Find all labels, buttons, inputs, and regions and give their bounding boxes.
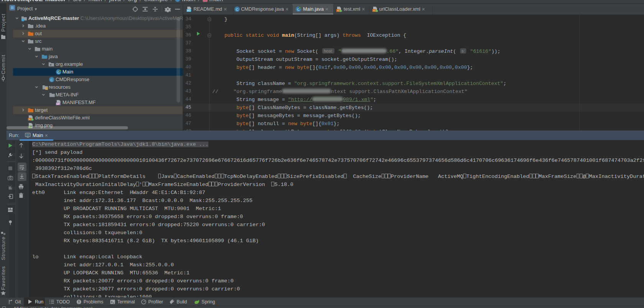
svg-text:Favorites: Favorites — [0, 266, 6, 290]
svg-text:C: C — [236, 7, 239, 11]
svg-text:<: < — [29, 118, 31, 121]
svg-text:MD: MD — [187, 9, 191, 12]
svg-text:Structure: Structure — [0, 236, 6, 260]
svg-text:C: C — [51, 78, 53, 82]
svg-text:<: < — [373, 9, 375, 12]
svg-text:Project: Project — [0, 13, 6, 32]
svg-text:Commit: Commit — [0, 55, 6, 74]
svg-text:MF: MF — [56, 103, 60, 105]
svg-text:<: < — [337, 9, 339, 12]
